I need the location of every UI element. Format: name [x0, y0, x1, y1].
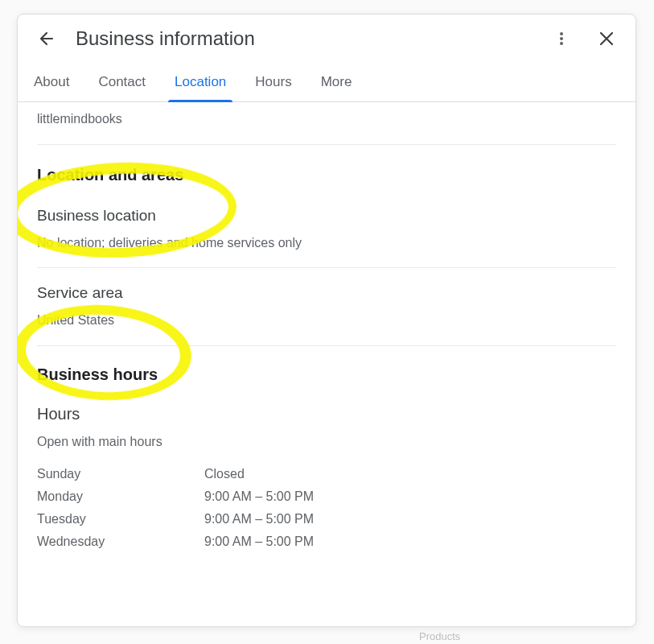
modal-header: Business information [18, 14, 635, 58]
business-hours-heading: Business hours [37, 365, 616, 384]
location-areas-block: Location and areas Business location No … [37, 145, 616, 346]
hours-label: Hours [37, 405, 616, 423]
svg-point-1 [560, 37, 563, 40]
short-name-section[interactable]: Short name littlemindbooks [37, 102, 616, 145]
business-hours-block: Business hours Hours Open with main hour… [37, 346, 616, 568]
hours-value: 9:00 AM – 5:00 PM [204, 535, 616, 549]
scroll-spacer [37, 568, 616, 626]
service-area-section[interactable]: Service area United States [37, 268, 616, 346]
hours-value: 9:00 AM – 5:00 PM [204, 512, 616, 526]
kebab-icon [553, 31, 570, 47]
hours-day: Tuesday [37, 512, 204, 526]
tab-bar: About Contact Location Hours More [18, 64, 635, 102]
business-info-modal: Business information About Contact Locat… [17, 14, 636, 627]
hours-value: 9:00 AM – 5:00 PM [204, 489, 616, 504]
modal-scroll-area[interactable]: Short name littlemindbooks Location and … [18, 102, 635, 626]
tab-about[interactable]: About [31, 64, 72, 101]
hours-day: Sunday [37, 467, 204, 481]
short-name-value: littlemindbooks [37, 109, 616, 130]
hours-row: Tuesday 9:00 AM – 5:00 PM [37, 508, 616, 530]
hours-day: Monday [37, 489, 204, 504]
tab-location[interactable]: Location [171, 64, 229, 101]
svg-point-2 [560, 42, 563, 45]
modal-title: Business information [76, 27, 533, 50]
location-areas-heading: Location and areas [37, 166, 616, 184]
tab-hours[interactable]: Hours [252, 64, 294, 101]
bg-hint-products: Products [419, 630, 460, 642]
tab-more[interactable]: More [318, 64, 356, 101]
svg-point-0 [560, 32, 563, 35]
hours-row: Wednesday 9:00 AM – 5:00 PM [37, 530, 616, 553]
business-location-section[interactable]: Business location No location; deliverie… [37, 202, 616, 269]
service-area-value: United States [37, 310, 616, 331]
hours-day: Wednesday [37, 535, 204, 549]
hours-table: Sunday Closed Monday 9:00 AM – 5:00 PM T… [37, 463, 616, 553]
close-button[interactable] [590, 23, 623, 55]
arrow-left-icon [37, 29, 56, 48]
app-backdrop: Products Business information About Cont… [0, 0, 654, 644]
more-menu-button[interactable] [545, 23, 578, 55]
business-location-label: Business location [37, 207, 616, 225]
hours-section[interactable]: Hours Open with main hours Sunday Closed… [37, 402, 616, 568]
back-button[interactable] [31, 23, 63, 55]
service-area-label: Service area [37, 284, 616, 302]
tab-contact[interactable]: Contact [95, 64, 149, 101]
hours-status: Open with main hours [37, 431, 616, 452]
business-location-value: No location; deliveries and home service… [37, 233, 616, 254]
hours-value: Closed [204, 467, 616, 481]
close-icon [598, 30, 615, 47]
hours-row: Monday 9:00 AM – 5:00 PM [37, 485, 616, 508]
hours-row: Sunday Closed [37, 463, 616, 485]
